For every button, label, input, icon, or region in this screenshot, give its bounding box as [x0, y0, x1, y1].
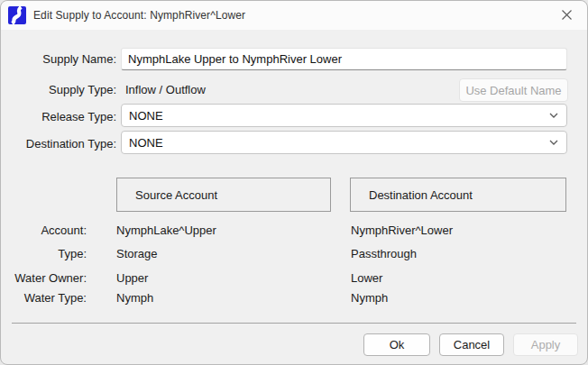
use-default-name-button[interactable]: Use Default Name [459, 78, 568, 102]
supply-type-value: Inflow / Outflow [125, 83, 206, 96]
water-owner-row-label: Water Owner: [1, 271, 87, 285]
cancel-button[interactable]: Cancel [439, 333, 504, 356]
release-type-select[interactable]: NONE [121, 104, 567, 127]
destination-type-label: Destination Type: [1, 137, 116, 151]
destination-type-select[interactable]: NONE [121, 131, 567, 154]
close-icon [561, 9, 573, 21]
account-row-source-value: NymphLake^Upper [116, 224, 216, 237]
water-type-row-destination-value: Nymph [351, 291, 388, 305]
close-button[interactable] [546, 1, 587, 28]
water-type-row-label: Water Type: [1, 291, 87, 305]
account-row-destination-value: NymphRiver^Lower [351, 224, 453, 237]
ok-button[interactable]: Ok [363, 333, 430, 356]
source-account-groupbox: Source Account [116, 178, 331, 212]
chevron-down-icon [548, 139, 559, 146]
apply-button[interactable]: Apply [513, 333, 578, 356]
destination-type-value: NONE [129, 136, 163, 150]
water-owner-row-source-value: Upper [116, 271, 148, 285]
supply-type-label: Supply Type: [1, 83, 116, 96]
window-title: Edit Supply to Account: NymphRiver^Lower [33, 9, 245, 22]
edit-supply-dialog: Edit Supply to Account: NymphRiver^Lower… [0, 0, 588, 365]
riverware-app-icon [8, 6, 26, 24]
type-row-label: Type: [1, 247, 87, 260]
supply-name-label: Supply Name: [1, 52, 116, 66]
title-bar: Edit Supply to Account: NymphRiver^Lower [1, 1, 587, 30]
type-row-source-value: Storage [116, 247, 158, 260]
chevron-down-icon [548, 112, 559, 119]
destination-account-groupbox: Destination Account [350, 178, 566, 212]
account-row-label: Account: [1, 224, 87, 237]
release-type-value: NONE [129, 109, 163, 123]
release-type-label: Release Type: [1, 110, 116, 123]
type-row-destination-value: Passthrough [351, 247, 417, 260]
supply-name-input[interactable] [121, 48, 567, 70]
water-type-row-source-value: Nymph [116, 291, 153, 305]
water-owner-row-destination-value: Lower [351, 271, 382, 285]
footer-separator [12, 323, 576, 324]
